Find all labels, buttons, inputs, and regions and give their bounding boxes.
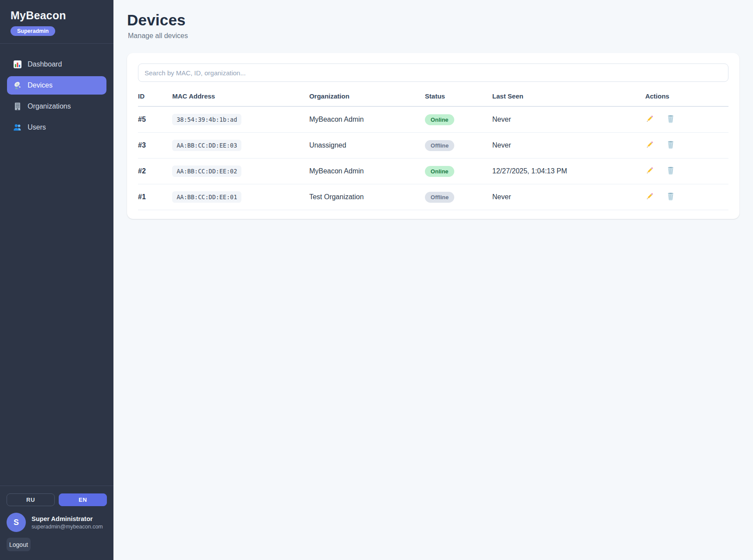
delete-device-button[interactable] xyxy=(666,166,675,175)
device-last-seen: Never xyxy=(492,184,645,210)
pencil-icon xyxy=(645,114,654,123)
pencil-icon xyxy=(645,140,654,149)
page-subtitle: Manage all devices xyxy=(128,32,739,40)
device-mac: AA:BB:CC:DD:EE:02 xyxy=(172,166,241,177)
avatar: S xyxy=(7,513,26,532)
device-mac: AA:BB:CC:DD:EE:03 xyxy=(172,140,241,151)
table-body: #5 38:54:39:4b:1b:ad MyBeacon Admin Onli… xyxy=(138,106,728,210)
sidebar-item-label: Users xyxy=(28,123,46,131)
pencil-icon xyxy=(645,192,654,201)
column-header-status: Status xyxy=(425,92,492,106)
bar-chart-icon xyxy=(13,60,22,69)
column-header-organization: Organization xyxy=(309,92,425,106)
device-organization: Unassigned xyxy=(309,133,425,158)
device-mac: 38:54:39:4b:1b:ad xyxy=(172,114,241,125)
status-badge: Online xyxy=(425,166,454,177)
device-id: #5 xyxy=(138,106,172,133)
column-header-actions: Actions xyxy=(645,92,728,106)
brand: MyBeacon Superadmin xyxy=(0,0,113,43)
language-switcher: RU EN xyxy=(0,486,113,506)
sidebar-item-organizations[interactable]: Organizations xyxy=(7,97,106,116)
device-id: #3 xyxy=(138,133,172,158)
table-header-row: ID MAC Address Organization Status Last … xyxy=(138,92,728,106)
device-organization: MyBeacon Admin xyxy=(309,158,425,184)
user-email: superadmin@mybeacon.com xyxy=(32,524,103,530)
table-row: #1 AA:BB:CC:DD:EE:01 Test Organization O… xyxy=(138,184,728,210)
sidebar-item-label: Dashboard xyxy=(28,60,62,68)
device-mac: AA:BB:CC:DD:EE:01 xyxy=(172,191,241,203)
logout-button[interactable]: Logout xyxy=(7,538,31,551)
search-input[interactable] xyxy=(138,63,728,82)
sidebar-item-label: Organizations xyxy=(28,102,71,110)
table-row: #2 AA:BB:CC:DD:EE:02 MyBeacon Admin Onli… xyxy=(138,158,728,184)
trash-icon xyxy=(666,166,675,175)
status-badge: Offline xyxy=(425,192,454,203)
building-icon xyxy=(13,102,22,111)
page-title: Devices xyxy=(127,11,739,29)
device-organization: MyBeacon Admin xyxy=(309,106,425,133)
edit-device-button[interactable] xyxy=(645,192,654,201)
sidebar-bottom: RU EN S Super Administrator superadmin@m… xyxy=(0,486,113,560)
devices-table: ID MAC Address Organization Status Last … xyxy=(138,92,728,210)
edit-device-button[interactable] xyxy=(645,140,654,149)
device-id: #2 xyxy=(138,158,172,184)
sidebar-item-dashboard[interactable]: Dashboard xyxy=(7,55,106,74)
main-content: Devices Manage all devices ID MAC Addres… xyxy=(113,0,753,560)
trash-icon xyxy=(666,114,675,123)
pencil-icon xyxy=(645,166,654,175)
device-last-seen: Never xyxy=(492,106,645,133)
table-row: #5 38:54:39:4b:1b:ad MyBeacon Admin Onli… xyxy=(138,106,728,133)
table-row: #3 AA:BB:CC:DD:EE:03 Unassigned Offline … xyxy=(138,133,728,158)
edit-device-button[interactable] xyxy=(645,166,654,175)
status-badge: Offline xyxy=(425,140,454,151)
device-last-seen: 12/27/2025, 1:04:13 PM xyxy=(492,158,645,184)
column-header-id: ID xyxy=(138,92,172,106)
column-header-last-seen: Last Seen xyxy=(492,92,645,106)
sidebar-item-label: Devices xyxy=(28,81,53,89)
devices-card: ID MAC Address Organization Status Last … xyxy=(127,53,739,219)
status-badge: Online xyxy=(425,114,454,125)
edit-device-button[interactable] xyxy=(645,114,654,123)
delete-device-button[interactable] xyxy=(666,114,675,123)
delete-device-button[interactable] xyxy=(666,140,675,149)
users-icon xyxy=(13,123,22,132)
column-header-mac: MAC Address xyxy=(172,92,309,106)
device-id: #1 xyxy=(138,184,172,210)
sidebar-item-users[interactable]: Users xyxy=(7,118,106,137)
user-name: Super Administrator xyxy=(32,515,103,522)
role-badge: Superadmin xyxy=(11,26,55,36)
app-root: MyBeacon Superadmin Dashboard Devices xyxy=(0,0,753,560)
user-info: S Super Administrator superadmin@mybeaco… xyxy=(0,506,113,532)
lang-ru-button[interactable]: RU xyxy=(7,493,55,506)
trash-icon xyxy=(666,192,675,201)
sidebar-nav: Dashboard Devices Organizations Users xyxy=(0,44,113,144)
device-last-seen: Never xyxy=(492,133,645,158)
lang-en-button[interactable]: EN xyxy=(59,493,107,506)
sidebar-item-devices[interactable]: Devices xyxy=(7,76,106,95)
delete-device-button[interactable] xyxy=(666,192,675,201)
sidebar: MyBeacon Superadmin Dashboard Devices xyxy=(0,0,113,560)
satellite-icon xyxy=(13,81,22,90)
app-title: MyBeacon xyxy=(11,9,103,22)
trash-icon xyxy=(666,140,675,149)
device-organization: Test Organization xyxy=(309,184,425,210)
